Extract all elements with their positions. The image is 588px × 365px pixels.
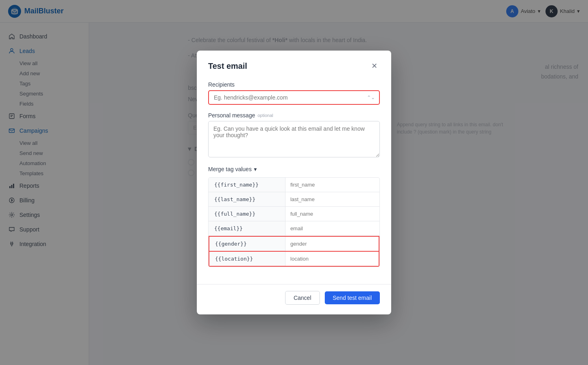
merge-tag-label-email: {{email}} [209, 221, 285, 236]
personal-message-label: Personal message optional [208, 112, 380, 119]
merge-tag-label: Merge tag values [208, 166, 251, 172]
merge-tag-input-wrapper-gender [285, 237, 379, 251]
modal-close-button[interactable]: ✕ [369, 60, 380, 72]
recipients-input[interactable] [208, 90, 380, 105]
merge-tag-input-lastname[interactable] [285, 192, 379, 206]
merge-tag-row-gender: {{gender}} [209, 236, 379, 252]
modal-header: Test email ✕ [197, 51, 391, 78]
merge-tag-input-fullname[interactable] [285, 207, 379, 221]
recipients-label: Recipients [208, 81, 380, 88]
merge-tag-row-lastname: {{last_name}} [209, 192, 379, 207]
personal-message-field-group: Personal message optional [208, 112, 380, 159]
personal-message-textarea[interactable] [208, 121, 380, 157]
merge-tag-row-fullname: {{full_name}} [209, 207, 379, 221]
modal-overlay: Test email ✕ Recipients ⌃⌄ Personal mess… [0, 0, 588, 365]
merge-tag-input-wrapper-firstname [285, 178, 379, 192]
merge-tag-input-wrapper-location [285, 252, 379, 266]
merge-tag-input-wrapper-email [285, 221, 379, 236]
merge-tag-toggle[interactable]: Merge tag values ▾ [208, 166, 380, 172]
merge-tag-table: {{first_name}} {{last_name}} [208, 177, 380, 267]
modal-title: Test email [208, 62, 247, 71]
merge-tag-label-lastname: {{last_name}} [209, 192, 285, 206]
merge-tag-row-email: {{email}} [209, 221, 379, 236]
merge-tag-label-fullname: {{full_name}} [209, 207, 285, 221]
merge-tag-input-gender[interactable] [285, 237, 379, 251]
recipients-dropdown-icon: ⌃⌄ [367, 95, 375, 100]
merge-tag-row-firstname: {{first_name}} [209, 178, 379, 192]
merge-tag-input-firstname[interactable] [285, 178, 379, 192]
optional-badge: optional [258, 113, 273, 118]
recipients-field-group: Recipients ⌃⌄ [208, 81, 380, 105]
merge-tag-label-location: {{location}} [209, 252, 285, 266]
merge-tag-chevron-icon: ▾ [254, 166, 257, 172]
merge-tag-input-email[interactable] [285, 221, 379, 236]
merge-tag-input-wrapper-lastname [285, 192, 379, 206]
merge-tag-row-location: {{location}} [209, 252, 379, 267]
modal-body: Recipients ⌃⌄ Personal message optional … [197, 78, 391, 284]
merge-tag-label-gender: {{gender}} [209, 237, 285, 251]
recipients-wrapper: ⌃⌄ [208, 90, 380, 105]
merge-tag-label-firstname: {{first_name}} [209, 178, 285, 192]
test-email-modal: Test email ✕ Recipients ⌃⌄ Personal mess… [197, 51, 391, 314]
merge-tag-input-location[interactable] [285, 252, 379, 266]
merge-tag-input-wrapper-fullname [285, 207, 379, 221]
merge-tag-field-group: Merge tag values ▾ {{first_name}} {{last… [208, 166, 380, 267]
cancel-button[interactable]: Cancel [285, 291, 320, 305]
modal-footer: Cancel Send test email [197, 284, 391, 314]
send-test-email-button[interactable]: Send test email [325, 291, 380, 304]
